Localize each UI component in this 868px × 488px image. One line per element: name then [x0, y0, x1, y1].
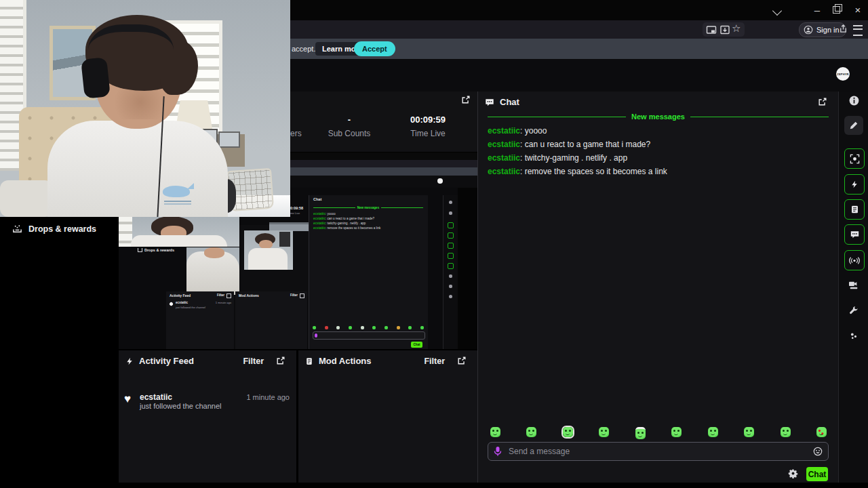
person-shirt [47, 121, 228, 217]
mod-actions-icon [305, 357, 313, 366]
preview-drops-icon [138, 248, 142, 252]
preview-chat-send-button: Chat [411, 342, 422, 348]
chat-bubble-icon [485, 98, 494, 107]
preview-nested-photo-2 [244, 230, 293, 270]
webcam-video [0, 0, 290, 217]
edit-pencil-icon[interactable] [844, 116, 863, 135]
chat-send-button[interactable]: Chat [806, 467, 828, 481]
window-close-button[interactable]: × [852, 5, 863, 16]
emote-icon[interactable] [490, 427, 500, 437]
multiview-icon[interactable] [844, 276, 863, 295]
emote-icon[interactable] [526, 427, 536, 437]
activity-popout-icon[interactable] [276, 356, 285, 365]
screen: – × ☆ Sign in accept. Learn more Accept … [0, 0, 868, 488]
headphones-earcup [81, 57, 111, 99]
preview-mod-actions: Mod Actions Filter [235, 291, 307, 349]
activity-filter-button[interactable]: Filter [243, 357, 264, 366]
preview-chat-panel: Chat New messages ecstatiic: yoooo ecsta… [309, 195, 428, 349]
chat-settings-gear-icon[interactable] [788, 468, 798, 479]
quick-actions-bolt-icon[interactable] [844, 174, 865, 195]
preview-mod-filter: Filter [290, 293, 298, 297]
chat-panel: Chat New messages ecstatiic: yoooo ecsta… [477, 92, 838, 483]
save-page-icon[interactable] [719, 24, 730, 35]
preview-event-action: just followed the channel [176, 306, 205, 309]
preview-activity-feed: Activity Feed Filter ecstatiic 1 minute … [166, 291, 234, 349]
broadcast-icon[interactable] [844, 250, 865, 270]
drops-rewards-item[interactable]: Drops & rewards [12, 224, 96, 234]
stats-popout-icon[interactable] [461, 95, 471, 104]
new-messages-label: New messages [631, 113, 685, 121]
time-live-label: Time Live [400, 129, 456, 138]
chat-message[interactable]: ecstatiic: can u react to a game that i … [488, 140, 827, 149]
preview-mod-popout [300, 293, 304, 298]
side-rail [838, 92, 868, 483]
photo-frame [218, 131, 240, 148]
event-action: just followed the channel [140, 402, 221, 410]
chat-popout-icon[interactable] [818, 97, 827, 106]
preview-activity-filter: Filter [217, 293, 224, 297]
person-icon [804, 25, 813, 35]
browser-signin-label: Sign in [816, 26, 840, 34]
chat-message[interactable]: ecstatiic: twitchy-gaming . netlify . ap… [488, 153, 827, 163]
followers-label-fragment: ers [290, 129, 302, 138]
mod-actions-title: Mod Actions [319, 356, 372, 366]
drops-icon [12, 224, 22, 234]
stream-preview-icon[interactable] [844, 148, 865, 169]
chat-message[interactable]: ecstatiic: yoooo [488, 126, 827, 136]
emote-quick-row [486, 427, 831, 439]
preview-letterbox [458, 188, 477, 349]
activity-event-row[interactable]: ♥ ecstatiic 1 minute ago just followed t… [119, 369, 296, 402]
chat-bubble-rail-icon[interactable] [844, 224, 865, 245]
preview-new-messages: New messages [357, 206, 379, 209]
mod-filter-button[interactable]: Filter [424, 357, 445, 366]
preview-mod-title: Mod Actions [239, 293, 259, 298]
browser-menu-icon[interactable] [853, 25, 863, 36]
emote-icon[interactable] [744, 427, 754, 437]
info-icon[interactable] [844, 91, 863, 110]
channel-avatar[interactable]: ZEPHYR [836, 67, 850, 81]
emote-icon[interactable] [781, 427, 791, 437]
drops-rewards-label: Drops & rewards [28, 224, 96, 234]
sub-counts-value: - [322, 115, 376, 125]
more-dots-icon[interactable] [844, 327, 863, 346]
emote-icon[interactable] [563, 427, 573, 437]
heart-icon: ♥ [124, 393, 136, 405]
tools-wrench-icon[interactable] [844, 301, 863, 320]
new-messages-divider[interactable]: New messages [488, 113, 829, 121]
event-time: 1 minute ago [246, 393, 290, 401]
emote-picker-icon[interactable] [813, 447, 823, 456]
requests-doc-icon[interactable] [844, 199, 865, 220]
accept-button[interactable]: Accept [354, 41, 395, 56]
emote-icon[interactable] [816, 427, 827, 437]
chat-input[interactable] [507, 446, 808, 457]
preview-activity-title: Activity Feed [170, 293, 191, 298]
sub-counts-label: Sub Counts [322, 129, 376, 138]
shirt-logo [160, 180, 195, 210]
preview-chat-input [313, 331, 425, 340]
preview-webcam [119, 215, 239, 247]
event-user: ecstatiic [140, 392, 172, 402]
mod-popout-icon[interactable] [457, 356, 467, 365]
chat-message[interactable]: ecstatiic: remove the spaces so it becom… [488, 167, 827, 176]
emote-icon[interactable] [635, 427, 646, 439]
window-restore-button[interactable] [833, 6, 840, 14]
preview-event-user: ecstatiic [176, 301, 188, 304]
emote-icon[interactable] [708, 427, 718, 437]
preview-activity-popout [226, 293, 231, 298]
preview-mini-avatar [437, 178, 443, 184]
preview-event-heart [169, 302, 174, 306]
emote-icon[interactable] [671, 427, 682, 437]
bookmark-star-icon[interactable]: ☆ [732, 22, 741, 35]
preview-chat-title: Chat [313, 197, 321, 201]
chat-input-box[interactable] [488, 442, 829, 461]
share-icon[interactable] [838, 24, 849, 35]
window-minimize-button[interactable]: – [812, 5, 823, 16]
activity-feed-panel: Activity Feed Filter ♥ ecstatiic 1 minut… [119, 350, 296, 483]
picture-in-picture-icon[interactable] [706, 24, 717, 35]
preview-event-time: 1 minute ago [216, 301, 231, 304]
chat-title: Chat [500, 97, 519, 107]
mic-icon[interactable] [494, 446, 502, 457]
pillow [0, 180, 53, 217]
preview-nested-photo [186, 247, 239, 295]
emote-icon[interactable] [599, 427, 609, 437]
